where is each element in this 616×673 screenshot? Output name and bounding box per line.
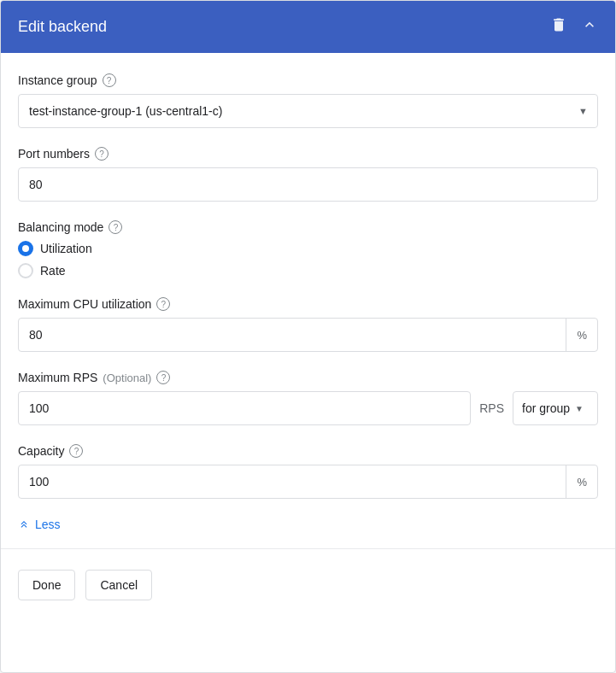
max-cpu-input[interactable]	[19, 321, 566, 348]
max-cpu-input-wrapper: %	[18, 318, 598, 352]
radio-utilization-label: Utilization	[40, 242, 92, 255]
instance-group-label: Instance group ?	[18, 73, 598, 87]
footer-divider	[1, 548, 615, 549]
capacity-suffix: %	[566, 465, 597, 498]
capacity-input[interactable]	[19, 468, 566, 495]
edit-backend-panel: Edit backend Instance group ?	[0, 0, 616, 673]
port-numbers-input[interactable]	[18, 167, 598, 202]
rps-dropdown-arrow-icon: ▼	[575, 404, 584, 413]
port-numbers-label: Port numbers ?	[18, 147, 598, 161]
rps-dropdown-value: for group	[522, 401, 570, 415]
instance-group-select-wrapper: test-instance-group-1 (us-central1-c)	[18, 94, 598, 128]
radio-rate[interactable]: Rate	[18, 263, 598, 278]
header-actions	[550, 16, 598, 38]
radio-utilization[interactable]: Utilization	[18, 241, 598, 256]
less-section: Less	[18, 518, 598, 531]
radio-rate-label: Rate	[40, 264, 66, 278]
balancing-mode-field: Balancing mode ? Utilization Rate	[18, 220, 598, 278]
max-rps-help-icon[interactable]: ?	[156, 371, 170, 384]
max-rps-input-wrapper	[18, 391, 471, 425]
footer-buttons: Done Cancel	[18, 566, 598, 607]
balancing-mode-label: Balancing mode ?	[18, 220, 598, 234]
instance-group-select[interactable]: test-instance-group-1 (us-central1-c)	[18, 94, 598, 128]
cancel-button[interactable]: Cancel	[85, 570, 152, 600]
rps-row: RPS for group ▼	[18, 391, 598, 425]
max-rps-label: Maximum RPS (Optional) ?	[18, 371, 598, 384]
max-cpu-label: Maximum CPU utilization ?	[18, 297, 598, 311]
radio-utilization-circle[interactable]	[18, 241, 33, 256]
port-numbers-field: Port numbers ?	[18, 147, 598, 202]
max-rps-field: Maximum RPS (Optional) ? RPS for group ▼	[18, 371, 598, 425]
radio-rate-circle[interactable]	[18, 263, 33, 278]
balancing-mode-radio-group: Utilization Rate	[18, 241, 598, 278]
max-cpu-field: Maximum CPU utilization ? %	[18, 297, 598, 352]
max-rps-input[interactable]	[19, 395, 470, 422]
collapse-icon[interactable]	[581, 16, 598, 38]
panel-header: Edit backend	[1, 1, 615, 53]
capacity-input-wrapper: %	[18, 465, 598, 499]
less-link[interactable]: Less	[18, 518, 598, 531]
balancing-mode-help-icon[interactable]: ?	[109, 220, 122, 234]
capacity-help-icon[interactable]: ?	[69, 444, 83, 458]
chevrons-up-icon	[18, 518, 30, 530]
max-rps-optional: (Optional)	[103, 372, 151, 384]
panel-content: Instance group ? test-instance-group-1 (…	[1, 53, 615, 672]
instance-group-field: Instance group ? test-instance-group-1 (…	[18, 73, 598, 128]
port-numbers-help-icon[interactable]: ?	[95, 147, 109, 161]
rps-unit-label: RPS	[479, 401, 504, 415]
panel-title: Edit backend	[18, 18, 107, 36]
delete-icon[interactable]	[550, 16, 567, 38]
max-cpu-help-icon[interactable]: ?	[156, 297, 170, 311]
capacity-field: Capacity ? %	[18, 444, 598, 499]
rps-dropdown[interactable]: for group ▼	[513, 391, 598, 425]
max-cpu-suffix: %	[566, 319, 597, 351]
done-button[interactable]: Done	[18, 570, 75, 600]
instance-group-help-icon[interactable]: ?	[103, 73, 116, 87]
capacity-label: Capacity ?	[18, 444, 598, 458]
